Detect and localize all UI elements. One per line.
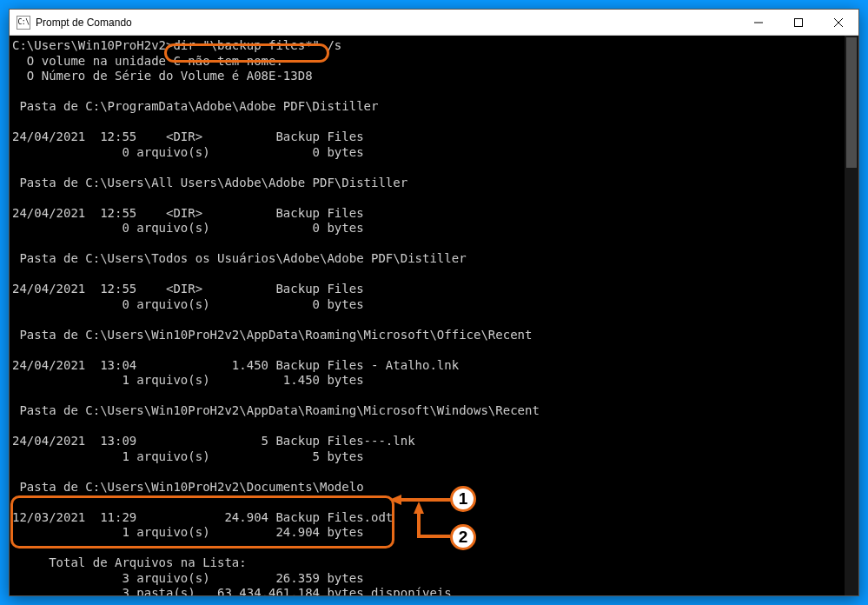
out-line: O Número de Série do Volume é A08E-13D8 <box>12 69 313 83</box>
out-line: 24/04/2021 12:55 <DIR> Backup Files <box>12 206 364 220</box>
command-prompt-window: C:\ Prompt de Comando C:\Users\Win10ProH… <box>9 9 859 596</box>
prompt-text: C:\Users\Win10ProH2v2> <box>12 38 173 52</box>
out-line: 24/04/2021 12:55 <DIR> Backup Files <box>12 282 364 296</box>
out-line: 3 pasta(s) 63.434.461.184 bytes disponív… <box>12 586 452 595</box>
close-button[interactable] <box>818 10 858 36</box>
out-line: Pasta de C:\Users\All Users\Adobe\Adobe … <box>12 176 407 189</box>
out-line: 24/04/2021 13:09 5 Backup Files---.lnk <box>12 434 415 448</box>
out-line: 0 arquivo(s) 0 bytes <box>12 145 364 159</box>
out-line: Pasta de C:\Users\Win10ProH2v2\AppData\R… <box>12 403 540 417</box>
out-line: Pasta de C:\ProgramData\Adobe\Adobe PDF\… <box>12 99 378 113</box>
out-line: O volume na unidade C não tem nome. <box>12 54 283 68</box>
out-line: 1 arquivo(s) 5 bytes <box>12 449 364 463</box>
out-line: Pasta de C:\Users\Win10ProH2v2\AppData\R… <box>12 328 532 342</box>
maximize-button[interactable] <box>779 10 818 36</box>
out-line: 1 arquivo(s) 24.904 bytes <box>12 525 364 539</box>
terminal-output: C:\Users\Win10ProH2v2>dir "\backup files… <box>10 36 858 595</box>
out-line: Pasta de C:\Users\Win10ProH2v2\Documents… <box>12 480 364 494</box>
window-title: Prompt de Comando <box>36 17 132 29</box>
out-line: 24/04/2021 13:04 1.450 Backup Files - At… <box>12 358 459 372</box>
minimize-button[interactable] <box>739 10 779 36</box>
out-line: 3 arquivo(s) 26.359 bytes <box>12 571 364 585</box>
out-line: 1 arquivo(s) 1.450 bytes <box>12 373 364 387</box>
svg-rect-0 <box>795 18 803 26</box>
out-line: Pasta de C:\Users\Todos os Usuários\Adob… <box>12 251 467 265</box>
titlebar[interactable]: C:\ Prompt de Comando <box>10 10 858 36</box>
cmd-icon: C:\ <box>17 16 30 30</box>
out-line: 0 arquivo(s) 0 bytes <box>12 297 364 311</box>
terminal-area[interactable]: C:\Users\Win10ProH2v2>dir "\backup files… <box>10 36 858 595</box>
out-line: Total de Arquivos na Lista: <box>12 555 247 569</box>
out-line: 12/03/2021 11:29 24.904 Backup Files.odt <box>12 510 393 524</box>
out-line: 24/04/2021 12:55 <DIR> Backup Files <box>12 130 364 143</box>
out-line: 0 arquivo(s) 0 bytes <box>12 221 364 235</box>
typed-command: dir "\backup files*" /s <box>173 38 341 52</box>
